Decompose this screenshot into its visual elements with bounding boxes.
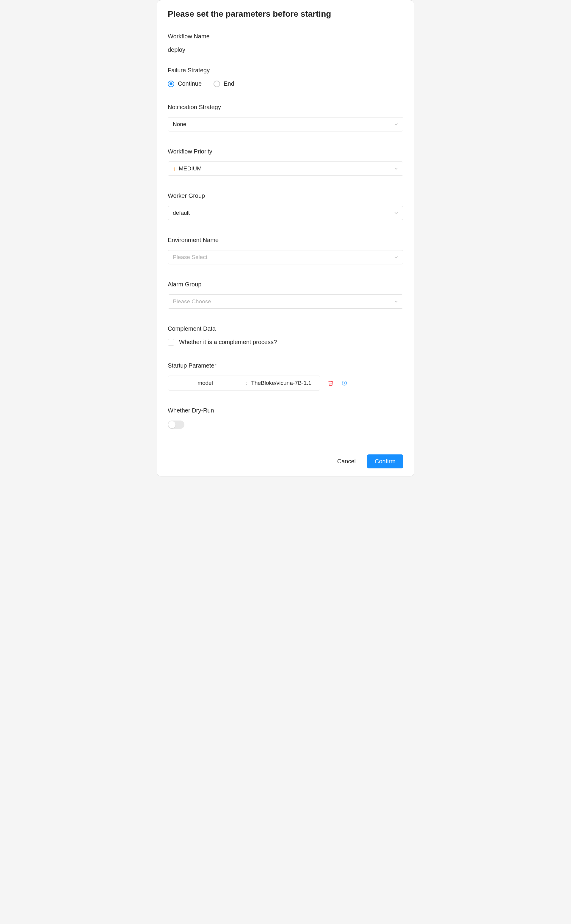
environment-name-field: Environment Name Please Select bbox=[168, 237, 403, 264]
priority-arrow-up-icon: ↑ bbox=[173, 166, 176, 171]
chevron-down-icon bbox=[394, 211, 398, 215]
complement-data-checkbox[interactable] bbox=[168, 339, 174, 346]
workflow-priority-field: Workflow Priority ↑ MEDIUM bbox=[168, 148, 403, 176]
notification-strategy-field: Notification Strategy None bbox=[168, 104, 403, 131]
worker-group-select[interactable]: default bbox=[168, 206, 403, 220]
modal-footer: Cancel Confirm bbox=[168, 446, 403, 468]
start-parameters-modal: Please set the parameters before startin… bbox=[157, 0, 414, 477]
delete-icon[interactable] bbox=[327, 380, 334, 386]
worker-group-field: Worker Group default bbox=[168, 193, 403, 220]
workflow-name-label: Workflow Name bbox=[168, 33, 403, 40]
failure-strategy-end-label: End bbox=[224, 80, 235, 87]
add-icon[interactable] bbox=[341, 380, 348, 386]
notification-strategy-value: None bbox=[173, 121, 186, 128]
dry-run-field: Whether Dry-Run bbox=[168, 407, 403, 429]
complement-data-checkbox-label: Whether it is a complement process? bbox=[179, 339, 277, 346]
complement-data-label: Complement Data bbox=[168, 325, 403, 332]
confirm-button[interactable]: Confirm bbox=[367, 454, 403, 468]
radio-checked-icon bbox=[168, 80, 174, 87]
cancel-button[interactable]: Cancel bbox=[335, 455, 358, 468]
radio-unchecked-icon bbox=[213, 80, 220, 87]
dry-run-toggle[interactable] bbox=[168, 421, 184, 429]
chevron-down-icon bbox=[394, 255, 398, 259]
toggle-knob-icon bbox=[168, 421, 176, 428]
alarm-group-label: Alarm Group bbox=[168, 281, 403, 288]
workflow-priority-label: Workflow Priority bbox=[168, 148, 403, 155]
failure-strategy-field: Failure Strategy Continue End bbox=[168, 67, 403, 87]
failure-strategy-label: Failure Strategy bbox=[168, 67, 403, 74]
startup-parameter-row: : bbox=[168, 376, 403, 390]
workflow-priority-select[interactable]: ↑ MEDIUM bbox=[168, 162, 403, 176]
worker-group-label: Worker Group bbox=[168, 193, 403, 199]
environment-name-label: Environment Name bbox=[168, 237, 403, 244]
startup-parameter-field: Startup Parameter : bbox=[168, 362, 403, 390]
dry-run-label: Whether Dry-Run bbox=[168, 407, 403, 414]
notification-strategy-select[interactable]: None bbox=[168, 117, 403, 131]
startup-parameter-separator: : bbox=[242, 380, 250, 386]
startup-parameter-value-input[interactable] bbox=[250, 376, 320, 390]
alarm-group-field: Alarm Group Please Choose bbox=[168, 281, 403, 309]
failure-strategy-radio-group: Continue End bbox=[168, 80, 403, 87]
startup-parameter-label: Startup Parameter bbox=[168, 362, 403, 369]
alarm-group-placeholder: Please Choose bbox=[173, 298, 211, 305]
failure-strategy-continue-radio[interactable]: Continue bbox=[168, 80, 202, 87]
environment-name-placeholder: Please Select bbox=[173, 254, 207, 261]
failure-strategy-end-radio[interactable]: End bbox=[213, 80, 235, 87]
complement-data-field: Complement Data Whether it is a compleme… bbox=[168, 325, 403, 346]
modal-title: Please set the parameters before startin… bbox=[168, 9, 403, 19]
workflow-name-field: Workflow Name deploy bbox=[168, 33, 403, 53]
failure-strategy-continue-label: Continue bbox=[178, 80, 202, 87]
startup-parameter-box: : bbox=[168, 376, 320, 390]
chevron-down-icon bbox=[394, 299, 398, 304]
worker-group-value: default bbox=[173, 210, 190, 216]
startup-parameter-key-input[interactable] bbox=[168, 376, 242, 390]
alarm-group-select[interactable]: Please Choose bbox=[168, 295, 403, 309]
environment-name-select[interactable]: Please Select bbox=[168, 250, 403, 264]
workflow-name-value: deploy bbox=[168, 46, 403, 53]
chevron-down-icon bbox=[394, 122, 398, 126]
chevron-down-icon bbox=[394, 167, 398, 171]
notification-strategy-label: Notification Strategy bbox=[168, 104, 403, 111]
workflow-priority-value: MEDIUM bbox=[179, 165, 202, 172]
